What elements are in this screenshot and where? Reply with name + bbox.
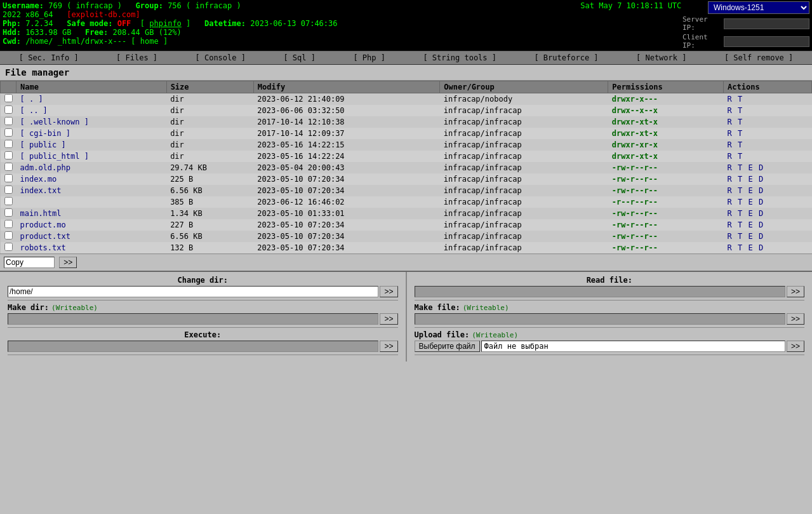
nav-console[interactable]: [ Console ] xyxy=(196,53,246,62)
row-actions: R T xyxy=(724,105,812,116)
nav-self-remove[interactable]: [ Self remove ] xyxy=(724,53,793,62)
action-t-link[interactable]: T xyxy=(738,243,742,252)
row-checkbox[interactable] xyxy=(4,220,13,228)
make-dir-btn[interactable]: >> xyxy=(380,313,397,325)
nav-php[interactable]: [ Php ] xyxy=(353,53,385,62)
execute-input[interactable] xyxy=(8,341,378,352)
action-d-link[interactable]: D xyxy=(759,220,763,229)
action-t-link[interactable]: T xyxy=(738,220,742,229)
action-t-link[interactable]: T xyxy=(738,175,742,184)
execute-btn[interactable]: >> xyxy=(380,341,397,352)
row-owner: infracap/infracap xyxy=(440,185,608,196)
action-e-link[interactable]: E xyxy=(749,220,753,229)
nav-sql[interactable]: [ Sql ] xyxy=(283,53,316,62)
row-actions: R T E D xyxy=(724,242,812,254)
exploit-link[interactable]: [exploit-db.com] xyxy=(67,10,140,19)
nav-network[interactable]: [ Network ] xyxy=(636,53,686,62)
action-t-link[interactable]: T xyxy=(738,186,742,195)
phpinfo-link[interactable]: phpinfo xyxy=(149,19,182,28)
row-checkbox[interactable] xyxy=(4,208,13,217)
nav-string-tools[interactable]: [ String tools ] xyxy=(423,53,496,62)
action-r-link[interactable]: R xyxy=(728,175,732,184)
row-perms: drwxr-x--- xyxy=(608,93,724,105)
read-file-input[interactable] xyxy=(415,286,785,297)
action-r-link[interactable]: R xyxy=(728,140,732,149)
action-d-link[interactable]: D xyxy=(759,209,763,218)
action-r-link[interactable]: R xyxy=(728,209,732,218)
nav-sec-info[interactable]: [ Sec. Info ] xyxy=(19,53,79,62)
read-file-btn[interactable]: >> xyxy=(787,286,804,297)
row-modify: 2023-06-06 03:32:50 xyxy=(253,105,439,116)
username-val: 769 ( infracap ) xyxy=(48,1,122,10)
row-checkbox[interactable] xyxy=(4,231,13,240)
row-modify: 2023-05-16 14:22:15 xyxy=(253,139,439,151)
action-t-link[interactable]: T xyxy=(738,152,742,161)
action-t-link[interactable]: T xyxy=(738,209,742,218)
row-modify: 2017-10-14 12:09:37 xyxy=(253,128,439,139)
action-r-link[interactable]: R xyxy=(728,95,732,104)
charset-select[interactable]: Windows-1251 UTF-8 xyxy=(708,1,809,14)
row-actions: R T E D xyxy=(724,185,812,196)
table-row: [ public ]dir2023-05-16 14:22:15infracap… xyxy=(1,139,812,151)
row-perms: -rw-r--r-- xyxy=(608,242,724,254)
row-checkbox[interactable] xyxy=(4,174,13,182)
action-e-link[interactable]: E xyxy=(749,186,753,195)
action-e-link[interactable]: E xyxy=(749,198,753,206)
copy-input[interactable] xyxy=(4,257,55,268)
row-perms: drwxr-xt-x xyxy=(608,128,724,139)
action-r-link[interactable]: R xyxy=(728,198,732,206)
action-r-link[interactable]: R xyxy=(728,152,732,161)
make-dir-input[interactable] xyxy=(8,313,378,325)
copy-btn[interactable]: >> xyxy=(59,257,77,268)
row-checkbox[interactable] xyxy=(4,197,13,205)
row-name xyxy=(17,196,167,208)
action-d-link[interactable]: D xyxy=(759,232,763,241)
make-file-input[interactable] xyxy=(415,313,785,325)
choose-file-btn[interactable]: Выберите файл xyxy=(415,341,480,352)
row-checkbox[interactable] xyxy=(4,151,13,159)
row-checkbox[interactable] xyxy=(4,243,13,251)
row-checkbox[interactable] xyxy=(4,186,13,194)
action-d-link[interactable]: D xyxy=(759,186,763,195)
row-perms: -rw-r--r-- xyxy=(608,231,724,242)
action-e-link[interactable]: E xyxy=(749,209,753,218)
action-t-link[interactable]: T xyxy=(738,140,742,149)
action-d-link[interactable]: D xyxy=(759,243,763,252)
action-e-link[interactable]: E xyxy=(749,232,753,241)
action-r-link[interactable]: R xyxy=(728,220,732,229)
action-t-link[interactable]: T xyxy=(738,163,742,172)
row-checkbox[interactable] xyxy=(4,128,13,137)
nav-bruteforce[interactable]: [ Bruteforce ] xyxy=(534,53,598,62)
action-d-link[interactable]: D xyxy=(759,198,763,206)
action-t-link[interactable]: T xyxy=(738,129,742,138)
action-e-link[interactable]: E xyxy=(749,175,753,184)
action-t-link[interactable]: T xyxy=(738,232,742,241)
action-r-link[interactable]: R xyxy=(728,129,732,138)
upload-btn[interactable]: >> xyxy=(787,341,804,352)
action-t-link[interactable]: T xyxy=(738,106,742,115)
row-checkbox[interactable] xyxy=(4,94,13,102)
change-dir-btn[interactable]: >> xyxy=(380,286,397,297)
action-t-link[interactable]: T xyxy=(738,118,742,126)
divider-2 xyxy=(8,327,398,328)
row-checkbox[interactable] xyxy=(4,105,13,114)
action-r-link[interactable]: R xyxy=(728,186,732,195)
action-r-link[interactable]: R xyxy=(728,163,732,172)
action-t-link[interactable]: T xyxy=(738,198,742,206)
action-e-link[interactable]: E xyxy=(749,243,753,252)
row-checkbox[interactable] xyxy=(4,163,13,171)
nav-files[interactable]: [ Files ] xyxy=(116,53,157,62)
action-r-link[interactable]: R xyxy=(728,243,732,252)
action-t-link[interactable]: T xyxy=(738,95,742,104)
action-r-link[interactable]: R xyxy=(728,118,732,126)
row-checkbox[interactable] xyxy=(4,140,13,148)
action-d-link[interactable]: D xyxy=(759,163,763,172)
row-checkbox[interactable] xyxy=(4,117,13,125)
make-file-btn[interactable]: >> xyxy=(787,313,804,325)
change-dir-input[interactable] xyxy=(8,286,378,297)
action-r-link[interactable]: R xyxy=(728,232,732,241)
row-size: 29.74 KB xyxy=(166,162,253,173)
action-d-link[interactable]: D xyxy=(759,175,763,184)
action-e-link[interactable]: E xyxy=(749,163,753,172)
action-r-link[interactable]: R xyxy=(728,106,732,115)
